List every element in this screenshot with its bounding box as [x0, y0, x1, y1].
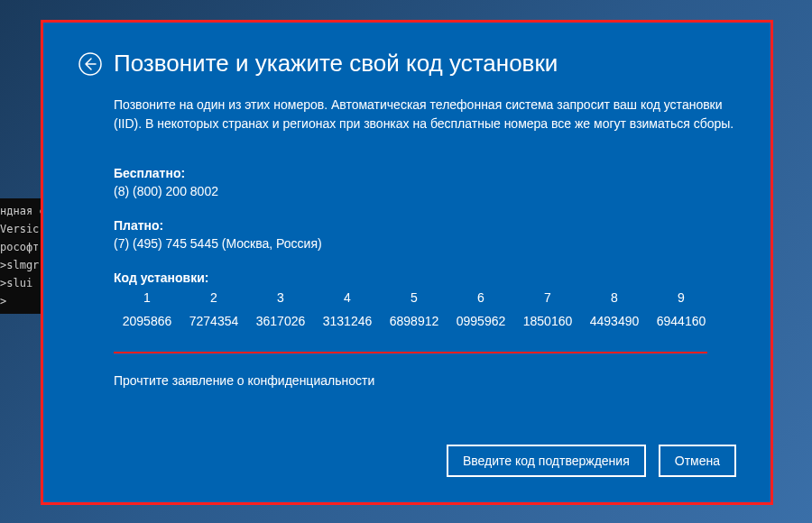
iid-header: 4	[314, 290, 381, 305]
iid-block: 7274354	[180, 314, 247, 328]
cancel-button[interactable]: Отмена	[659, 445, 736, 477]
iid-block: 2095866	[114, 314, 180, 328]
arrow-left-circle-icon	[78, 52, 102, 76]
enter-confirmation-button[interactable]: Введите код подтверждения	[447, 445, 646, 477]
iid-block: 3131246	[314, 314, 381, 328]
iid-header: 8	[581, 290, 648, 305]
iid-header: 2	[180, 290, 247, 305]
back-button[interactable]	[78, 51, 103, 77]
free-number: (8) (800) 200 8002	[114, 184, 736, 198]
iid-block: 6898912	[381, 314, 448, 328]
free-number-section: Бесплатно: (8) (800) 200 8002	[114, 166, 736, 198]
free-label: Бесплатно:	[114, 166, 736, 180]
iid-block: 3617026	[247, 314, 314, 328]
iid-header: 5	[381, 290, 448, 305]
iid-label: Код установки:	[114, 271, 736, 285]
iid-headers: 1 2 3 4 5 6 7 8 9	[114, 290, 736, 305]
privacy-link[interactable]: Прочтите заявление о конфиденциальности	[114, 373, 736, 388]
iid-block: 6944160	[648, 314, 715, 328]
activation-dialog: Позвоните и укажите свой код установки П…	[43, 23, 770, 502]
iid-block: 4493490	[581, 314, 648, 328]
iid-header: 1	[114, 290, 180, 305]
paid-label: Платно:	[114, 218, 736, 233]
iid-block: 1850160	[514, 314, 581, 328]
iid-header: 6	[448, 290, 514, 305]
terminal-background: ндная ст Versic рософт >slmgr >slui >	[0, 198, 45, 314]
iid-header: 7	[514, 290, 581, 305]
paid-number-section: Платно: (7) (495) 745 5445 (Москва, Росс…	[114, 218, 736, 251]
highlight-underline	[114, 352, 707, 353]
iid-blocks: 2095866 7274354 3617026 3131246 6898912 …	[114, 314, 736, 328]
iid-header: 9	[648, 290, 715, 305]
paid-number: (7) (495) 745 5445 (Москва, Россия)	[114, 236, 736, 251]
iid-header: 3	[247, 290, 314, 305]
iid-block: 0995962	[448, 314, 514, 328]
instructions-text: Позвоните на один из этих номеров. Автом…	[114, 96, 736, 133]
installation-id-section: Код установки: 1 2 3 4 5 6 7 8 9 2095866…	[114, 271, 736, 328]
dialog-title: Позвоните и укажите свой код установки	[114, 50, 558, 78]
